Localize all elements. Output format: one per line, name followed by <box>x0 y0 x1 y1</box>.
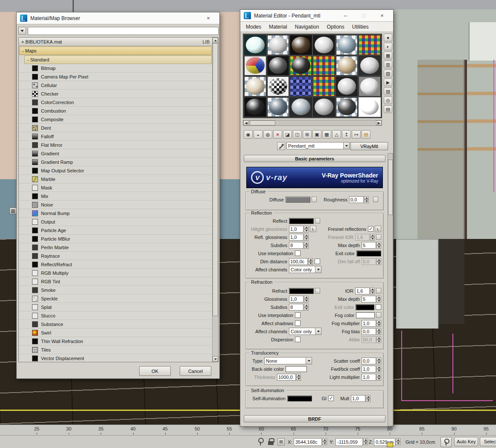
sample-slot[interactable] <box>290 56 312 76</box>
map-entry[interactable]: Mask <box>19 183 212 192</box>
search-input[interactable] <box>28 27 219 35</box>
sample-slot[interactable] <box>267 97 289 117</box>
back-side-color-swatch[interactable] <box>286 366 307 372</box>
set-key-button[interactable] <box>441 437 452 447</box>
refr-glossiness-spinner[interactable] <box>304 296 309 303</box>
scatter-coeff-spinner[interactable] <box>376 358 381 364</box>
map-entry[interactable]: RGB Tint <box>19 277 212 286</box>
map-entry[interactable]: Noise <box>19 201 212 209</box>
map-entry[interactable]: Bitmap <box>19 64 212 73</box>
refl-affect-channels-select[interactable]: Color only <box>289 266 321 273</box>
auto-key-button[interactable]: Auto Key <box>454 437 478 446</box>
map-entry[interactable]: Reflect/Refract <box>19 260 212 269</box>
fresnel-ior-map-button[interactable] <box>376 234 381 240</box>
refr-affect-channels-select[interactable]: Color only <box>289 328 321 335</box>
scroll-down-icon[interactable] <box>213 356 218 362</box>
editor-titlebar[interactable]: Material Editor - Pendant_mtl – □ × <box>240 10 393 22</box>
search-filter-dropdown[interactable] <box>18 27 26 35</box>
slot-scrollbar[interactable]: ◀ ▶ <box>243 120 382 126</box>
sample-slot[interactable] <box>336 97 358 117</box>
diffuse-map-button[interactable] <box>312 197 317 202</box>
put-to-library-icon[interactable]: ⊞ <box>303 130 312 139</box>
affect-shadows-checkbox[interactable] <box>295 320 301 326</box>
go-to-parent-icon[interactable]: ↥ <box>342 130 351 139</box>
thickness-spinner[interactable] <box>296 374 301 381</box>
minimized-panel-icon[interactable] <box>9 207 17 214</box>
map-entry[interactable]: Swirl <box>19 329 212 337</box>
sample-slot[interactable] <box>244 97 266 117</box>
sample-slot[interactable] <box>313 76 335 96</box>
diffuse-color-swatch[interactable] <box>286 197 310 203</box>
map-entry[interactable]: Normal Bump <box>19 209 212 218</box>
map-entry[interactable]: Output <box>19 218 212 226</box>
sample-slot[interactable] <box>313 56 335 76</box>
map-entry[interactable]: Checker <box>19 90 212 98</box>
material-type-button[interactable]: VRayMtl <box>350 142 388 150</box>
sample-slot[interactable] <box>359 56 381 76</box>
sample-uv-tiling-icon[interactable]: ▥ <box>384 61 392 68</box>
ior-spinner[interactable] <box>370 288 375 294</box>
keyframe-color-swatch[interactable] <box>387 442 393 447</box>
sample-slot[interactable] <box>313 35 335 55</box>
material-map-navigator-side-icon[interactable]: ▤ <box>384 105 392 113</box>
background-icon[interactable]: ▦ <box>384 52 392 59</box>
sample-slot[interactable] <box>244 56 266 76</box>
menu-modes[interactable]: Modes <box>242 24 265 30</box>
fog-color-map-button[interactable] <box>376 312 381 318</box>
dispersion-checkbox[interactable] <box>295 337 301 342</box>
standard-header[interactable]: - Standard <box>24 55 212 64</box>
dim-distance-checkbox[interactable] <box>315 259 320 264</box>
x-coord-spinner[interactable] <box>322 438 327 445</box>
refl-glossiness-spinner[interactable] <box>304 234 309 241</box>
map-entry[interactable]: Vector Displacement <box>19 354 212 362</box>
refract-map-button[interactable] <box>315 288 320 294</box>
sample-slot[interactable] <box>267 76 289 96</box>
maps-header[interactable]: - Maps <box>19 47 212 55</box>
options-icon[interactable]: ▨ <box>384 87 392 95</box>
translucency-type-select[interactable]: None <box>264 357 312 364</box>
reset-map-mtl-icon[interactable]: × <box>273 130 282 139</box>
refl-glossiness-field[interactable]: 1,0 <box>289 234 303 241</box>
dim-distance-field[interactable]: 100,0c <box>289 258 308 265</box>
thickness-field[interactable]: 1000,0 <box>277 374 296 381</box>
fog-multiplier-field[interactable]: 1,0 <box>362 320 376 327</box>
map-entry[interactable]: Falloff <box>19 132 212 141</box>
map-list-scrollbar[interactable] <box>212 38 218 362</box>
refr-glossiness-field[interactable]: 1,0 <box>289 296 303 303</box>
library-header[interactable]: + BIBLIOTEKA.mat LIB <box>19 38 212 46</box>
map-entry[interactable]: Splat <box>19 303 212 311</box>
refr-max-depth-spinner[interactable] <box>376 296 381 303</box>
minimize-icon[interactable]: – <box>338 11 353 21</box>
key-mode-icon[interactable] <box>257 438 264 446</box>
menu-utilities[interactable]: Utilities <box>348 24 373 30</box>
map-entry[interactable]: Camera Map Per Pixel <box>19 73 212 81</box>
map-entry[interactable]: Dent <box>19 124 212 132</box>
sample-slot[interactable] <box>359 76 381 96</box>
sample-slot[interactable] <box>290 97 312 117</box>
mult-spinner[interactable] <box>366 395 371 402</box>
map-entry[interactable]: RGB Multiply <box>19 269 212 277</box>
map-entry[interactable]: Map Output Selector <box>19 166 212 175</box>
sample-type-icon[interactable]: ● <box>384 34 392 41</box>
map-entry[interactable]: Stucco <box>19 311 212 320</box>
make-material-copy-icon[interactable]: ◪ <box>283 130 292 139</box>
show-map-in-viewport-icon[interactable]: ▦ <box>322 130 331 139</box>
close-icon[interactable]: × <box>201 13 216 23</box>
cancel-button[interactable]: Cancel <box>180 366 211 376</box>
map-entry[interactable]: Combustion <box>19 107 212 115</box>
self-illumination-swatch[interactable] <box>287 396 312 401</box>
sample-slot[interactable] <box>336 76 358 96</box>
light-multiplier-spinner[interactable] <box>376 374 381 381</box>
refl-subdivs-field[interactable]: 8 <box>289 242 303 249</box>
menu-material[interactable]: Material <box>265 24 291 30</box>
map-entry[interactable]: Substance <box>19 320 212 329</box>
browser-titlebar[interactable]: Material/Map Browser × <box>17 12 219 24</box>
fog-bias-field[interactable]: 0,0 <box>362 328 376 335</box>
material-id-channel-icon[interactable]: ▣ <box>312 130 321 139</box>
hilight-lock-button[interactable]: L <box>310 226 316 232</box>
refr-use-interpolation-checkbox[interactable] <box>295 312 301 318</box>
sample-slot[interactable] <box>267 56 289 76</box>
scrollbar-thumb[interactable] <box>213 43 218 316</box>
refract-color-swatch[interactable] <box>289 288 314 294</box>
ior-map-button[interactable] <box>376 288 381 294</box>
